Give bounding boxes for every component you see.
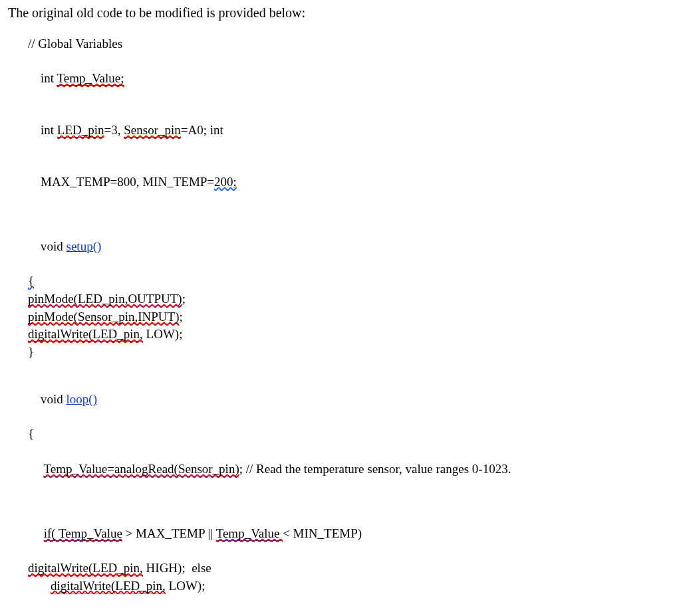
code-text: setup() [67,239,102,253]
code-block: // Global Variables int Temp_Value; int … [28,35,673,616]
code-text: int [41,71,57,85]
code-text: LED_pin [57,123,104,138]
code-line: digitalWrite(LED_pin, HIGH); else [28,560,673,577]
code-text: ; // Read the temperature sensor, value … [239,462,511,476]
code-line: digitalWrite(LED_pin, LOW); [28,326,673,343]
code-text: Temp_Value [216,526,283,541]
code-text: 200; [214,175,237,189]
code-text: digitalWrite(LED_pin, [28,327,143,342]
code-text: if( Temp_Value [44,526,122,541]
code-line: { [28,425,673,443]
code-text: LOW); [166,579,205,593]
code-text: =3, [104,123,124,137]
code-text: loop() [67,392,97,406]
code-text: { [28,274,34,288]
code-line: if( Temp_Value > MAX_TEMP || Temp_Value … [28,508,673,559]
code-line: MAX_TEMP=800, MIN_TEMP=200; [28,156,673,207]
code-text: pinMode(Sensor_pin,INPUT) [28,310,179,324]
code-text: Temp_Value=analogRead(Sensor_pin) [43,462,239,476]
code-line: { [28,272,673,290]
code-text: > MAX_TEMP || [122,526,216,540]
code-text: void [41,392,67,406]
code-line: digitalWrite(LED_pin, LOW); [28,577,673,595]
code-line: pinMode(Sensor_pin,INPUT); [28,308,673,326]
code-text: MAX_TEMP=800, MIN_TEMP= [41,175,214,189]
code-line: int LED_pin=3, Sensor_pin=A0; int [28,105,673,156]
code-line: void loop() [28,374,673,425]
code-text: LOW); [143,327,183,341]
code-text: void [41,239,67,253]
code-line: pinMode(LED_pin,OUTPUT); [28,290,673,308]
code-text: Temp_Value; [57,71,124,86]
code-line: int Temp_Value; [28,53,673,104]
code-line: delay(10000); // wait 10 seconds } [28,607,673,616]
code-text: < MIN_TEMP) [283,526,362,540]
code-text: =A0; int [181,123,223,137]
code-line: // Global Variables [28,35,673,52]
code-text: ; [179,310,182,324]
code-text: digitalWrite(LED_pin, [28,561,143,575]
code-line: void setup() [28,221,673,272]
code-line: Temp_Value=analogRead(Sensor_pin); // Re… [28,443,673,494]
code-text: pinMode(LED_pin,OUTPUT) [28,292,182,306]
code-text: Sensor_pin [124,123,181,138]
code-text: HIGH); else [143,561,211,575]
code-line: } [28,344,673,361]
intro-text: The original old code to be modified is … [8,4,673,22]
code-text: digitalWrite(LED_pin, [51,579,166,593]
code-text: ; [182,292,186,306]
code-text: int [41,123,57,137]
